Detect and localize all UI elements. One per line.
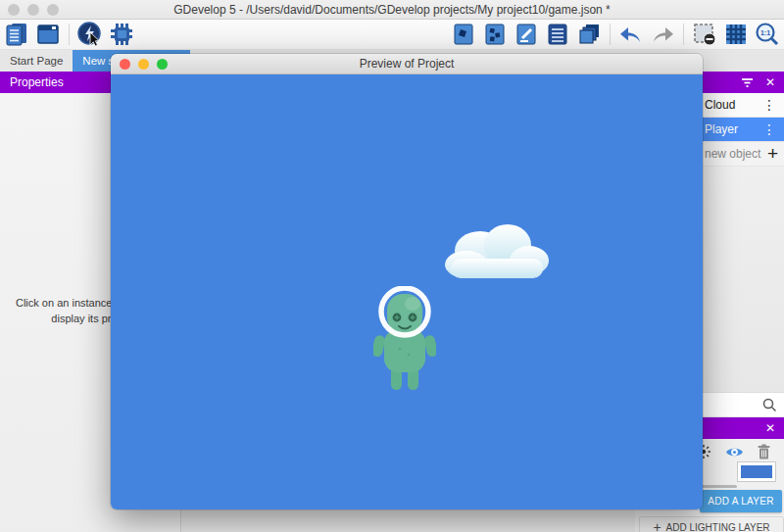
preview-titlebar[interactable]: Preview of Project — [111, 54, 703, 74]
grid-icon[interactable] — [722, 21, 750, 48]
tab-start-page[interactable]: Start Page — [0, 50, 73, 72]
add-object-label: new object — [705, 147, 767, 161]
window-traffic-lights — [8, 4, 59, 16]
properties-panel-title: Properties — [10, 75, 64, 89]
main-toolbar: 1:1 — [0, 20, 784, 50]
toolbar-separator — [683, 24, 684, 45]
add-object-row[interactable]: new object + — [702, 142, 784, 167]
cloud-sprite — [443, 221, 551, 286]
properties-pencil-icon[interactable] — [513, 21, 540, 48]
object-menu-icon[interactable]: ⋮ — [760, 122, 778, 136]
maximize-window-button[interactable] — [47, 4, 59, 16]
add-lighting-layer-label: ADD LIGHTING LAYER — [666, 522, 770, 532]
redo-icon[interactable] — [649, 21, 676, 48]
toolbar-separator — [610, 24, 611, 45]
objects-panel-body — [702, 167, 784, 392]
debugger-icon[interactable] — [108, 21, 135, 48]
game-preview-area[interactable] — [111, 74, 703, 509]
close-objects-panel-icon[interactable]: ✕ — [765, 75, 775, 89]
objects-panel: ✕ Cloud ⋮ Player ⋮ new object + — [702, 72, 784, 416]
macos-titlebar: GDevelop 5 - /Users/david/Documents/GDev… — [0, 0, 784, 20]
search-icon — [762, 398, 777, 412]
player-sprite — [373, 286, 436, 394]
preview-close-button[interactable] — [120, 59, 130, 70]
preview-maximize-button[interactable] — [157, 59, 168, 70]
window-title: GDevelop 5 - /Users/david/Documents/GDev… — [173, 3, 611, 17]
launch-preview-icon[interactable] — [76, 21, 104, 48]
toolbar-separator — [69, 24, 70, 45]
layer-visibility-eye-icon[interactable] — [725, 446, 744, 459]
gdevelop-app: GDevelop 5 - /Users/david/Documents/GDev… — [0, 0, 784, 532]
preview-minimize-button[interactable] — [138, 59, 149, 70]
object-groups-icon[interactable] — [481, 21, 509, 48]
preview-window[interactable]: Preview of Project — [111, 54, 703, 509]
object-row-cloud[interactable]: Cloud ⋮ — [702, 93, 784, 118]
project-manager-icon[interactable] — [3, 21, 30, 48]
close-window-button[interactable] — [8, 4, 20, 16]
add-layer-button[interactable]: ADD A LAYER — [700, 490, 782, 512]
objects-editor-icon[interactable] — [450, 21, 477, 48]
object-name: Cloud — [705, 98, 760, 112]
minimize-window-button[interactable] — [27, 4, 39, 16]
add-object-icon[interactable]: + — [767, 143, 778, 165]
zoom-1-1-icon[interactable]: 1:1 — [754, 21, 781, 48]
layers-editor-icon[interactable] — [575, 21, 603, 48]
objects-search-bar[interactable] — [702, 392, 784, 416]
plus-icon: + — [653, 519, 661, 532]
preview-traffic-lights — [120, 59, 168, 70]
add-lighting-layer-button[interactable]: + ADD LIGHTING LAYER — [639, 516, 784, 532]
object-row-player[interactable]: Player ⋮ — [702, 118, 784, 142]
filter-icon[interactable] — [741, 77, 754, 88]
instances-list-icon[interactable] — [544, 21, 571, 48]
object-menu-icon[interactable]: ⋮ — [760, 98, 778, 112]
horizontal-scrollbar[interactable] — [700, 485, 737, 488]
objects-panel-header: ✕ — [702, 72, 784, 93]
undo-icon[interactable] — [617, 21, 645, 48]
layer-name-field[interactable] — [737, 461, 776, 482]
scene-editor-icon[interactable] — [34, 21, 62, 48]
layer-name-selection — [741, 465, 772, 478]
delete-layer-trash-icon[interactable] — [758, 444, 770, 459]
mask-icon[interactable] — [691, 21, 718, 48]
close-layers-panel-icon[interactable]: ✕ — [765, 421, 775, 435]
preview-window-title: Preview of Project — [360, 57, 455, 71]
object-name: Player — [705, 122, 760, 136]
svg-text:1:1: 1:1 — [760, 29, 770, 36]
